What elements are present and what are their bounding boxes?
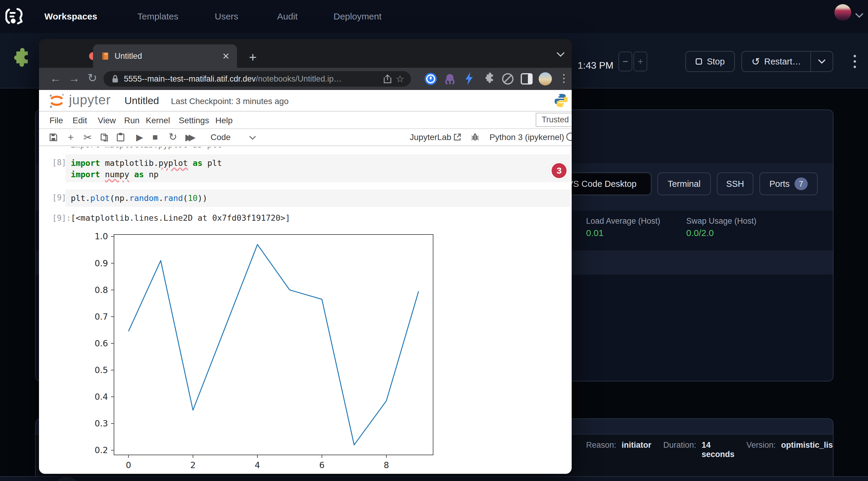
cell-type-chevron-icon[interactable] xyxy=(249,135,256,140)
cell-output: [9]: [<matplotlib.lines.Line2D at 0x7fd0… xyxy=(39,212,572,224)
external-link-icon[interactable] xyxy=(454,133,461,141)
reload-icon[interactable]: ↻ xyxy=(88,71,97,85)
browser-profile-avatar[interactable] xyxy=(539,72,552,86)
workspace-kebab-menu[interactable] xyxy=(849,52,861,71)
python-logo-icon xyxy=(554,93,569,108)
schedule-decrease-button[interactable]: − xyxy=(618,52,632,71)
stop-icon xyxy=(695,58,702,65)
cell-input[interactable]: plt.plot(np.random.rand(10)) xyxy=(65,190,570,207)
checkpoint-status: Last Checkpoint: 3 minutes ago xyxy=(171,97,288,106)
restart-split-button: ↺ Restart… xyxy=(741,51,833,72)
user-avatar[interactable] xyxy=(834,4,851,21)
browser-tabstrip: Untitled ✕ + xyxy=(39,39,572,68)
bookmark-star-icon[interactable]: ☆ xyxy=(396,73,404,85)
matplotlib-figure: 0.20.30.40.50.60.70.80.91.002468 xyxy=(81,225,456,474)
menu-run[interactable]: Run xyxy=(124,116,140,125)
stat-swap-label: Swap Usage (Host) xyxy=(686,217,756,226)
menu-settings[interactable]: Settings xyxy=(179,116,209,125)
menu-file[interactable]: File xyxy=(50,116,63,125)
add-cell-icon[interactable]: + xyxy=(68,131,74,143)
jupyterlab-link[interactable]: JupyterLab xyxy=(410,133,452,142)
paste-cells-icon[interactable] xyxy=(116,133,125,141)
menu-kernel[interactable]: Kernel xyxy=(146,116,170,125)
share-icon[interactable] xyxy=(383,74,392,83)
build-version-label: Version: xyxy=(747,441,776,450)
debugger-bug-icon[interactable] xyxy=(471,133,479,141)
screen: Workspaces Templates Users Audit Deploym… xyxy=(0,0,868,481)
tab-close-icon[interactable]: ✕ xyxy=(222,51,230,62)
browser-tab[interactable]: Untitled ✕ xyxy=(93,44,237,68)
svg-text:0.8: 0.8 xyxy=(94,285,108,295)
top-navbar: Workspaces Templates Users Audit Deploym… xyxy=(0,0,868,33)
tab-search-chevron-icon[interactable] xyxy=(556,52,565,58)
code-cell-9[interactable]: [9]: plt.plot(np.random.rand(10)) xyxy=(39,190,572,207)
restart-workspace-button[interactable]: ↺ Restart… xyxy=(742,52,810,71)
nav-item-templates[interactable]: Templates xyxy=(137,11,179,22)
build-info-row: Reason: initiator Duration: 14 seconds V… xyxy=(586,441,834,459)
app-button-ports[interactable]: Ports 7 xyxy=(760,172,817,195)
jupyter-menubar: File Edit View Run Kernel Settings Help … xyxy=(39,111,572,128)
extension-1password-icon[interactable] xyxy=(424,72,437,86)
nav-item-audit[interactable]: Audit xyxy=(277,11,298,22)
svg-text:0.3: 0.3 xyxy=(94,419,108,428)
tab-title: Untitled xyxy=(115,52,142,61)
browser-kebab-menu-icon[interactable]: ⋮ xyxy=(558,72,569,85)
app-button-ssh[interactable]: SSH xyxy=(717,172,753,195)
cell-type-select[interactable]: Code xyxy=(211,133,231,142)
interrupt-kernel-icon[interactable]: ■ xyxy=(152,132,158,142)
restart-options-button[interactable] xyxy=(811,52,833,71)
run-cell-icon[interactable]: ▶ xyxy=(136,132,143,142)
extension-lightning-icon[interactable] xyxy=(463,72,475,86)
svg-text:0.9: 0.9 xyxy=(94,258,108,268)
svg-text:8: 8 xyxy=(383,460,389,470)
output-prompt: [9]: xyxy=(52,214,71,223)
menu-view[interactable]: View xyxy=(98,116,116,125)
nav-item-workspaces[interactable]: Workspaces xyxy=(44,11,97,22)
menu-edit[interactable]: Edit xyxy=(72,116,87,125)
cut-cells-icon[interactable]: ✂ xyxy=(83,131,92,143)
back-icon[interactable]: ← xyxy=(50,72,61,85)
build-reason-label: Reason: xyxy=(586,441,616,450)
code-cell-8[interactable]: [8]: import matplotlib.pyplot as plt imp… xyxy=(39,154,572,183)
kernel-name[interactable]: Python 3 (ipykernel) xyxy=(490,133,564,142)
build-duration-value: 14 seconds xyxy=(702,441,735,459)
jupyter-logo-icon xyxy=(48,92,66,109)
extensions-puzzle-icon[interactable] xyxy=(482,72,495,85)
jupyter-notebook: jupyter Untitled Last Checkpoint: 3 minu… xyxy=(39,90,572,474)
jupyter-header: jupyter Untitled Last Checkpoint: 3 minu… xyxy=(39,90,572,111)
menu-help[interactable]: Help xyxy=(215,116,233,125)
app-button-terminal[interactable]: Terminal xyxy=(657,172,711,195)
side-panel-icon[interactable] xyxy=(521,73,533,85)
jupyter-brand: jupyter xyxy=(69,92,111,107)
restart-run-all-icon[interactable]: ▶▶ xyxy=(185,132,192,142)
line-chart: 0.20.30.40.50.60.70.80.91.002468 xyxy=(81,225,456,474)
trusted-button[interactable]: Trusted xyxy=(536,113,572,127)
svg-text:2: 2 xyxy=(190,460,195,470)
nav-item-deployment[interactable]: Deployment xyxy=(334,11,381,22)
restart-icon: ↺ xyxy=(752,56,760,67)
omnibox[interactable]: 5555--main--test--matifali.atif.cdr.dev … xyxy=(103,71,411,87)
stat-swap-value: 0.0/2.0 xyxy=(686,228,714,238)
cell-input[interactable]: import matplotlib.pyplot as plt import n… xyxy=(65,154,570,182)
avatar-chevron-down-icon[interactable] xyxy=(855,12,864,19)
build-duration-label: Duration: xyxy=(663,441,696,450)
svg-text:0.2: 0.2 xyxy=(94,445,108,455)
stop-workspace-button[interactable]: Stop xyxy=(685,51,735,72)
svg-text:0.6: 0.6 xyxy=(94,339,108,348)
copy-cells-icon[interactable] xyxy=(100,133,108,141)
save-icon[interactable] xyxy=(49,133,58,141)
restart-kernel-icon[interactable]: ↻ xyxy=(168,131,177,143)
extension-octotree-icon[interactable] xyxy=(443,72,457,86)
notification-badge[interactable]: 3 xyxy=(550,162,568,180)
notebook-title[interactable]: Untitled xyxy=(124,95,159,106)
forward-icon[interactable]: → xyxy=(68,72,80,85)
svg-text:4: 4 xyxy=(255,460,260,470)
output-text: [<matplotlib.lines.Line2D at 0x7fd03f191… xyxy=(71,212,290,224)
nav-item-users[interactable]: Users xyxy=(215,11,238,22)
new-tab-button[interactable]: + xyxy=(249,50,257,65)
extension-blocker-icon[interactable] xyxy=(501,72,514,85)
browser-window: Untitled ✕ + ← → ↻ 5555--main--test--mat… xyxy=(39,39,572,474)
coder-logo-icon[interactable] xyxy=(5,7,23,25)
url-path: /notebooks/Untitled.ip… xyxy=(256,74,342,84)
schedule-increase-button[interactable]: + xyxy=(633,52,647,71)
